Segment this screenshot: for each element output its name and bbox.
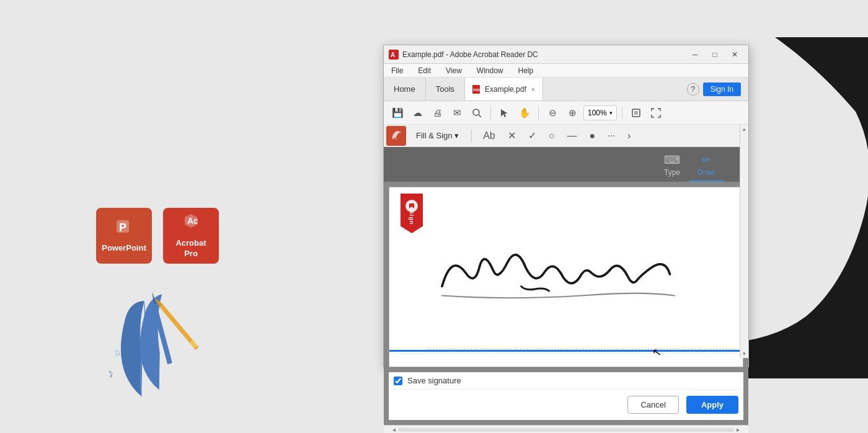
toolbar: 💾 ☁ 🖨 ✉ ✋ ⊖ ⊕ 100% ▾ xyxy=(384,101,748,125)
help-icon[interactable]: ? xyxy=(687,83,699,96)
fill-sign-brand-icon xyxy=(386,126,406,146)
tab-tools[interactable]: Tools xyxy=(426,78,465,100)
acrobat-label: Acrobat Pro xyxy=(175,238,206,259)
signature-drawing xyxy=(433,197,730,348)
cursor-icon[interactable] xyxy=(496,104,513,122)
horizontal-scrollbar[interactable]: ◂ ▸ xyxy=(384,425,748,433)
search-icon[interactable] xyxy=(468,104,485,122)
fill-sign-separator xyxy=(471,130,472,142)
powerpoint-icon[interactable]: P PowerPoint xyxy=(96,208,152,264)
svg-text:Ac: Ac xyxy=(187,216,198,226)
doc-tab-close[interactable]: × xyxy=(531,86,535,93)
powerpoint-symbol: P xyxy=(115,218,133,240)
menu-file[interactable]: File xyxy=(389,65,405,76)
tabs-spacer xyxy=(543,78,679,100)
tabs-bar: Home Tools PDF Example.pdf × ? Sign In xyxy=(384,78,748,101)
pdf-icon: PDF xyxy=(472,85,480,94)
app-icon: A xyxy=(389,50,399,60)
cloud-icon[interactable]: ☁ xyxy=(409,104,426,122)
scroll-track[interactable] xyxy=(398,428,734,432)
toolbar-separator-3 xyxy=(622,107,622,119)
svg-text:A: A xyxy=(391,51,395,58)
dot-tool-icon[interactable]: ● xyxy=(585,128,599,144)
illustration: ♪ ♫ xyxy=(62,261,279,400)
scroll-down-arrow[interactable]: ▾ xyxy=(743,350,746,357)
signature-baseline xyxy=(427,349,737,349)
sign-bookmark: Sign xyxy=(401,194,423,233)
zoom-dropdown-icon: ▾ xyxy=(609,110,613,116)
svg-text:♪: ♪ xyxy=(104,365,117,380)
menu-view[interactable]: View xyxy=(443,65,464,76)
tab-type[interactable]: ⌨ Type xyxy=(655,150,689,182)
menu-help[interactable]: Help xyxy=(516,65,536,76)
type-draw-tabs: ⌨ Type ✏ Draw xyxy=(384,147,748,182)
toolbar-separator-2 xyxy=(538,107,539,119)
svg-text:PDF: PDF xyxy=(473,88,480,92)
save-icon[interactable]: 💾 xyxy=(389,104,406,122)
doc-tab[interactable]: PDF Example.pdf × xyxy=(465,78,543,100)
blue-separator xyxy=(389,350,743,352)
tab-home[interactable]: Home xyxy=(384,78,426,100)
maximize-button[interactable]: □ xyxy=(706,48,724,61)
cancel-button[interactable]: Cancel xyxy=(627,396,678,414)
powerpoint-label: PowerPoint xyxy=(102,243,146,254)
toolbar-separator-1 xyxy=(490,107,491,119)
keyboard-icon: ⌨ xyxy=(664,153,680,167)
svg-marker-20 xyxy=(501,109,508,117)
save-signature-checkbox[interactable] xyxy=(394,377,402,385)
help-area: ? Sign In xyxy=(680,78,748,100)
draw-icon: ✏ xyxy=(701,153,711,167)
text-input-area[interactable] xyxy=(389,353,743,367)
bookmark-text: Sign xyxy=(409,210,415,225)
svg-text:P: P xyxy=(119,221,126,234)
menu-window[interactable]: Window xyxy=(474,65,506,76)
scroll-right-arrow[interactable]: ▸ xyxy=(737,426,740,433)
email-icon[interactable]: ✉ xyxy=(448,104,466,122)
line-tool-icon[interactable]: — xyxy=(563,128,580,144)
svg-line-19 xyxy=(479,115,481,117)
save-signature-row: Save signature xyxy=(389,372,743,389)
apply-button[interactable]: Apply xyxy=(686,396,738,414)
signature-canvas[interactable]: Sign xyxy=(389,187,743,367)
right-arrow-icon[interactable]: › xyxy=(624,128,634,144)
draw-label: Draw xyxy=(698,168,715,177)
zoom-in-icon[interactable]: ⊕ xyxy=(564,104,581,122)
tab-draw[interactable]: ✏ Draw xyxy=(689,150,724,182)
save-signature-label: Save signature xyxy=(407,376,461,385)
menu-bar: File Edit View Window Help xyxy=(384,64,748,78)
zoom-control[interactable]: 100% ▾ xyxy=(583,105,617,120)
app-icons-container: P PowerPoint Ac Acrobat Pro xyxy=(96,208,219,264)
fit-page-icon[interactable] xyxy=(627,104,645,122)
svg-rect-22 xyxy=(634,111,638,115)
sign-in-button[interactable]: Sign In xyxy=(703,83,741,96)
print-icon[interactable]: 🖨 xyxy=(428,104,446,122)
circle-tool-icon[interactable]: ○ xyxy=(545,128,559,144)
content-area: ⌨ Type ✏ Draw Sign xyxy=(384,147,748,433)
x-tool-icon[interactable]: ✕ xyxy=(504,127,520,144)
title-bar: A Example.pdf - Adobe Acrobat Reader DC … xyxy=(384,45,748,64)
fill-sign-button[interactable]: Fill & Sign ▾ xyxy=(411,128,464,143)
text-tool-icon[interactable]: Ab xyxy=(479,128,499,144)
check-tool-icon[interactable]: ✓ xyxy=(525,127,540,144)
dialog-buttons: Cancel Apply xyxy=(389,389,743,420)
full-screen-icon[interactable] xyxy=(647,104,665,122)
acrobat-icon[interactable]: Ac Acrobat Pro xyxy=(163,208,219,264)
scroll-up-arrow[interactable]: ▴ xyxy=(743,126,746,132)
fill-sign-bar: Fill & Sign ▾ Ab ✕ ✓ ○ — ● ⋯ › xyxy=(384,125,748,147)
vertical-scrollbar[interactable]: ▴ ▾ xyxy=(740,125,748,358)
minimize-button[interactable]: ─ xyxy=(686,48,704,61)
scroll-left-arrow[interactable]: ◂ xyxy=(392,426,396,433)
menu-edit[interactable]: Edit xyxy=(415,65,433,76)
zoom-out-icon[interactable]: ⊖ xyxy=(544,104,561,122)
window-controls: ─ □ ✕ xyxy=(686,48,743,61)
more-tools-icon[interactable]: ⋯ xyxy=(604,129,619,143)
type-label: Type xyxy=(664,168,680,177)
acrobat-symbol: Ac xyxy=(182,212,200,234)
hand-icon[interactable]: ✋ xyxy=(516,104,533,122)
acrobat-window: A Example.pdf - Adobe Acrobat Reader DC … xyxy=(383,45,749,367)
close-button[interactable]: ✕ xyxy=(726,48,743,61)
svg-point-18 xyxy=(473,109,479,115)
svg-text:♫: ♫ xyxy=(111,346,122,359)
window-title: Example.pdf - Adobe Acrobat Reader DC xyxy=(402,50,686,59)
